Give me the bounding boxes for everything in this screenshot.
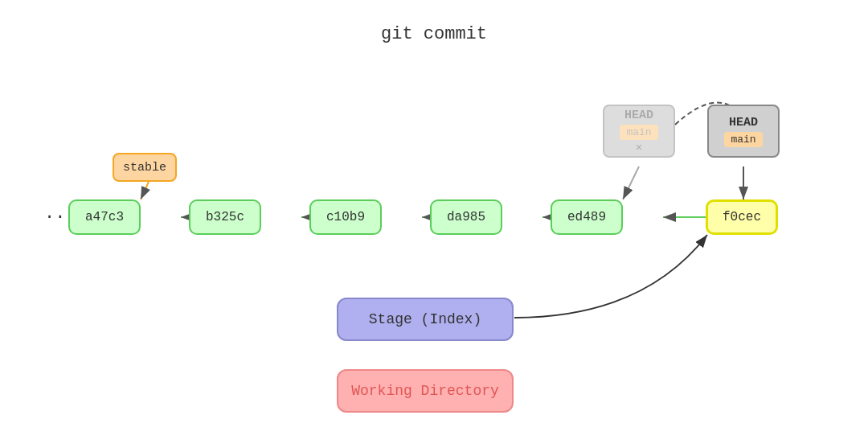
page-title: git commit [0,24,868,44]
head-new-branch: main [724,132,762,147]
head-new-label: HEAD [729,116,758,129]
stable-label: stable [113,153,177,182]
commit-b325c: b325c [189,199,261,235]
commit-a47c3: a47c3 [68,199,141,235]
head-old-box: HEAD main × [603,105,675,158]
svg-line-8 [141,182,149,199]
commit-f0cec: f0cec [706,199,778,235]
stage-box: Stage (Index) [337,298,514,341]
svg-line-9 [623,166,639,199]
x-mark: × [636,142,642,154]
head-old-branch: main [620,125,657,140]
diagram-container: git commit ··· [0,0,868,448]
working-directory-box: Working Directory [337,369,514,413]
commit-ed489: ed489 [551,199,623,235]
head-old-label: HEAD [624,109,653,122]
commit-da985: da985 [430,199,502,235]
head-new-box: HEAD main [707,105,780,158]
commit-c10b9: c10b9 [309,199,382,235]
